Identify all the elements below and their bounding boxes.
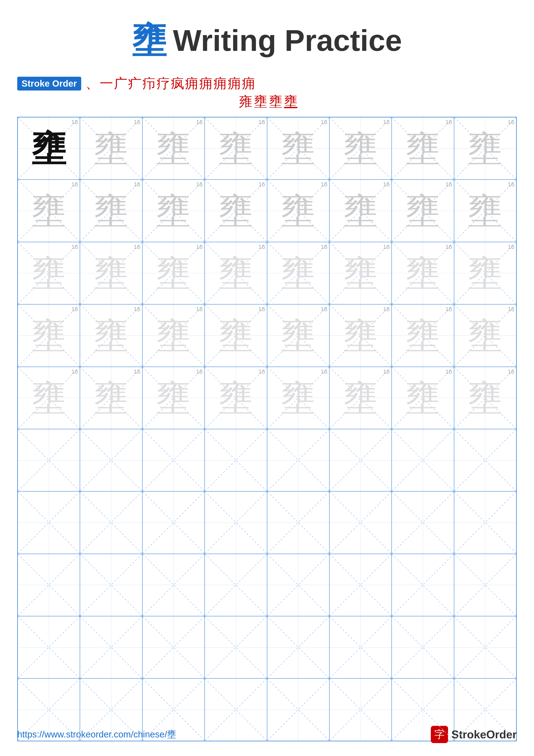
cell-char: 壅 (32, 256, 66, 290)
cell-num-badge: 16 (134, 368, 140, 375)
grid-cell-9-2[interactable] (142, 678, 205, 741)
cell-char: 壅 (156, 131, 191, 166)
grid-cell-8-4[interactable] (267, 616, 329, 678)
grid-cell-3-5[interactable]: 16壅 (329, 304, 392, 366)
grid-cell-9-3[interactable] (205, 678, 267, 741)
grid-row-4: 16壅16壅16壅16壅16壅16壅16壅16壅 (18, 367, 516, 429)
grid-cell-0-0[interactable]: 16壅 (18, 117, 80, 179)
cell-num-badge: 16 (445, 181, 452, 188)
grid-cell-1-4[interactable]: 16壅 (267, 179, 329, 242)
grid-cell-9-5[interactable] (329, 678, 392, 741)
grid-cell-8-3[interactable] (205, 616, 267, 678)
grid-cell-3-6[interactable]: 16壅 (392, 304, 454, 366)
grid-cell-4-4[interactable]: 16壅 (267, 367, 329, 429)
grid-cell-5-3[interactable] (205, 429, 267, 491)
grid-cell-2-4[interactable]: 16壅 (267, 242, 329, 304)
grid-cell-3-4[interactable]: 16壅 (267, 304, 329, 366)
grid-cell-1-5[interactable]: 16壅 (329, 179, 392, 242)
cell-num-badge: 16 (71, 244, 78, 251)
grid-cell-4-2[interactable]: 16壅 (142, 367, 205, 429)
grid-cell-2-2[interactable]: 16壅 (142, 242, 205, 304)
cell-num-badge: 16 (508, 244, 514, 251)
grid-cell-3-0[interactable]: 16壅 (18, 304, 80, 366)
grid-cell-8-7[interactable] (454, 616, 516, 678)
grid-cell-0-4[interactable]: 16壅 (267, 117, 329, 179)
grid-cell-7-3[interactable] (205, 554, 267, 616)
grid-cell-4-5[interactable]: 16壅 (329, 367, 392, 429)
grid-cell-6-2[interactable] (142, 491, 205, 554)
grid-cell-4-3[interactable]: 16壅 (205, 367, 267, 429)
grid-cell-1-0[interactable]: 16壅 (18, 179, 80, 242)
grid-cell-0-3[interactable]: 16壅 (205, 117, 267, 179)
stroke-6: 疗 (157, 77, 170, 90)
grid-cell-1-6[interactable]: 16壅 (392, 179, 454, 242)
grid-cell-6-4[interactable] (267, 491, 329, 554)
grid-cell-5-4[interactable] (267, 429, 329, 491)
grid-cell-2-6[interactable]: 16壅 (392, 242, 454, 304)
cell-num-badge: 16 (134, 181, 140, 188)
grid-cell-8-1[interactable] (80, 616, 142, 678)
grid-row-5 (18, 429, 516, 491)
grid-cell-4-7[interactable]: 16壅 (454, 367, 516, 429)
grid-cell-7-2[interactable] (142, 554, 205, 616)
grid-cell-7-4[interactable] (267, 554, 329, 616)
grid-cell-6-3[interactable] (205, 491, 267, 554)
grid-cell-7-6[interactable] (392, 554, 454, 616)
grid-cell-5-0[interactable] (18, 429, 80, 491)
stroke-7: 疯 (171, 77, 184, 90)
grid-cell-0-2[interactable]: 16壅 (142, 117, 205, 179)
cell-num-badge: 16 (383, 306, 390, 313)
grid-cell-1-1[interactable]: 16壅 (80, 179, 142, 242)
grid-cell-0-7[interactable]: 16壅 (454, 117, 516, 179)
grid-cell-1-2[interactable]: 16壅 (142, 179, 205, 242)
cell-char: 壅 (343, 194, 378, 228)
grid-cell-3-2[interactable]: 16壅 (142, 304, 205, 366)
grid-cell-9-4[interactable] (267, 678, 329, 741)
grid-cell-7-5[interactable] (329, 554, 392, 616)
cell-char: 壅 (468, 381, 502, 415)
grid-cell-2-7[interactable]: 16壅 (454, 242, 516, 304)
grid-cell-0-6[interactable]: 16壅 (392, 117, 454, 179)
grid-cell-8-0[interactable] (18, 616, 80, 678)
cell-char: 壅 (406, 318, 440, 353)
grid-cell-6-5[interactable] (329, 491, 392, 554)
grid-cell-2-0[interactable]: 16壅 (18, 242, 80, 304)
grid-cell-5-7[interactable] (454, 429, 516, 491)
grid-cell-5-1[interactable] (80, 429, 142, 491)
grid-cell-4-0[interactable]: 16壅 (18, 367, 80, 429)
grid-cell-9-0[interactable] (18, 678, 80, 741)
grid-cell-6-6[interactable] (392, 491, 454, 554)
grid-cell-3-3[interactable]: 16壅 (205, 304, 267, 366)
grid-cell-8-2[interactable] (142, 616, 205, 678)
grid-cell-5-5[interactable] (329, 429, 392, 491)
grid-cell-8-5[interactable] (329, 616, 392, 678)
grid-cell-7-0[interactable] (18, 554, 80, 616)
cell-num-badge: 16 (258, 244, 265, 251)
grid-cell-5-2[interactable] (142, 429, 205, 491)
grid-cell-4-1[interactable]: 16壅 (80, 367, 142, 429)
grid-cell-1-3[interactable]: 16壅 (205, 179, 267, 242)
grid-cell-7-1[interactable] (80, 554, 142, 616)
grid-cell-0-5[interactable]: 16壅 (329, 117, 392, 179)
grid-cell-6-0[interactable] (18, 491, 80, 554)
cell-char: 壅 (94, 256, 128, 290)
grid-cell-2-1[interactable]: 16壅 (80, 242, 142, 304)
grid-cell-7-7[interactable] (454, 554, 516, 616)
grid-cell-9-7[interactable] (454, 678, 516, 741)
grid-cell-5-6[interactable] (392, 429, 454, 491)
grid-cell-2-3[interactable]: 16壅 (205, 242, 267, 304)
grid-cell-2-5[interactable]: 16壅 (329, 242, 392, 304)
cell-char: 壅 (281, 381, 315, 415)
grid-cell-6-7[interactable] (454, 491, 516, 554)
grid-cell-1-7[interactable]: 16壅 (454, 179, 516, 242)
grid-cell-4-6[interactable]: 16壅 (392, 367, 454, 429)
grid-cell-8-6[interactable] (392, 616, 454, 678)
grid-cell-9-6[interactable] (392, 678, 454, 741)
stroke-13: 雍 (239, 95, 252, 108)
grid-cell-3-7[interactable]: 16壅 (454, 304, 516, 366)
grid-cell-6-1[interactable] (80, 491, 142, 554)
grid-cell-9-1[interactable] (80, 678, 142, 741)
grid-cell-0-1[interactable]: 16壅 (80, 117, 142, 179)
cell-char: 壅 (281, 131, 315, 166)
grid-cell-3-1[interactable]: 16壅 (80, 304, 142, 366)
